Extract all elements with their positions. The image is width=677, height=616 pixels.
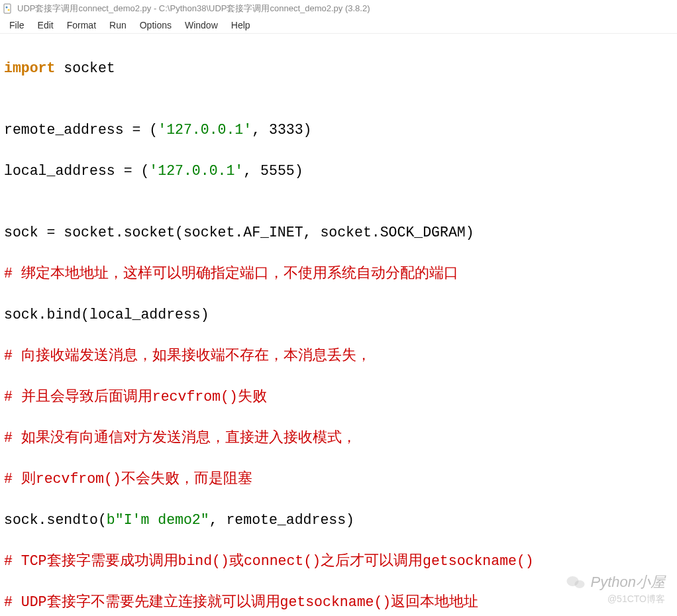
window-title: UDP套接字调用connect_demo2.py - C:\Python38\U… bbox=[17, 3, 370, 15]
svg-point-4 bbox=[574, 580, 584, 588]
menu-help[interactable]: Help bbox=[225, 19, 257, 32]
svg-point-2 bbox=[8, 9, 10, 11]
code-line: sock.sendto(b"I'm demo2", remote_address… bbox=[4, 510, 673, 531]
code-line: # 如果没有向通信对方发送消息，直接进入接收模式， bbox=[4, 428, 673, 448]
code-line: # 向接收端发送消息，如果接收端不存在，本消息丢失， bbox=[4, 346, 673, 366]
menu-run[interactable]: Run bbox=[103, 19, 133, 32]
code-line: remote_address = ('127.0.0.1', 3333) bbox=[4, 120, 673, 140]
code-line: local_address = ('127.0.0.1', 5555) bbox=[4, 161, 673, 181]
watermark-sub: @51CTO博客 bbox=[607, 593, 665, 605]
menu-file[interactable]: File bbox=[3, 19, 31, 32]
wechat-icon bbox=[566, 574, 586, 590]
code-line: # 并且会导致后面调用recvfrom()失败 bbox=[4, 387, 673, 407]
code-line: sock.bind(local_address) bbox=[4, 305, 673, 325]
python-file-icon bbox=[3, 3, 13, 14]
string-literal: '127.0.0.1' bbox=[158, 122, 252, 138]
code-line: # 则recvfrom()不会失败，而是阻塞 bbox=[4, 469, 673, 489]
menubar: File Edit Format Run Options Window Help bbox=[0, 17, 677, 34]
code-line: # UDP套接字不需要先建立连接就可以调用getsockname()返回本地地址 bbox=[4, 592, 673, 613]
menu-edit[interactable]: Edit bbox=[31, 19, 60, 32]
menu-window[interactable]: Window bbox=[178, 19, 225, 32]
titlebar: UDP套接字调用connect_demo2.py - C:\Python38\U… bbox=[0, 0, 677, 17]
menu-options[interactable]: Options bbox=[133, 19, 178, 32]
code-line: import socket bbox=[4, 58, 673, 79]
menu-format[interactable]: Format bbox=[60, 19, 103, 32]
code-line: # 绑定本地地址，这样可以明确指定端口，不使用系统自动分配的端口 bbox=[4, 264, 673, 284]
string-literal: '127.0.0.1' bbox=[149, 163, 243, 179]
svg-rect-0 bbox=[4, 4, 11, 13]
watermark-main: Python小屋 bbox=[566, 572, 666, 592]
code-line: # TCP套接字需要成功调用bind()或connect()之后才可以调用get… bbox=[4, 551, 673, 572]
code-line: sock = socket.socket(socket.AF_INET, soc… bbox=[4, 223, 673, 243]
svg-point-1 bbox=[6, 7, 8, 9]
string-literal: b"I'm demo2" bbox=[107, 512, 209, 528]
keyword-import: import bbox=[4, 60, 55, 76]
code-editor[interactable]: import socket remote_address = ('127.0.0… bbox=[0, 34, 677, 616]
